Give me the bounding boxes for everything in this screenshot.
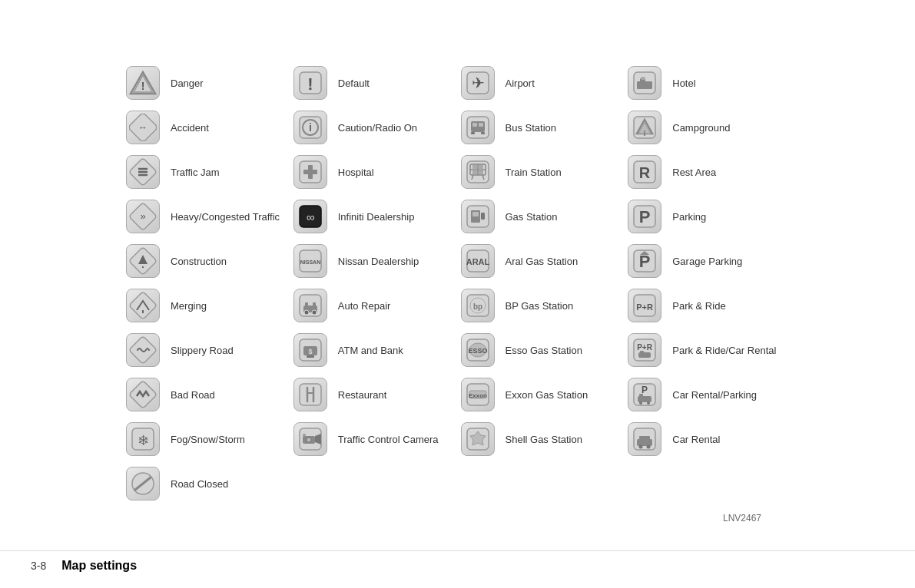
svg-text:∞: ∞ bbox=[306, 210, 314, 223]
svg-rect-14 bbox=[129, 292, 157, 319]
column-3: ✈ Airport Bus Station bbox=[458, 61, 625, 505]
garage-parking-label: Garage Parking bbox=[672, 256, 742, 267]
svg-rect-60 bbox=[481, 132, 485, 134]
list-item: bp BP Gas Station bbox=[458, 284, 625, 327]
svg-text:Exxon: Exxon bbox=[468, 392, 486, 399]
svg-text:»: » bbox=[140, 210, 145, 222]
bottom-section: 3-8 Map settings bbox=[0, 550, 915, 573]
svg-rect-68 bbox=[479, 170, 483, 174]
list-item: Car Rental bbox=[625, 418, 792, 461]
svg-rect-44 bbox=[300, 384, 321, 405]
list-item: ∞ Infiniti Dealership bbox=[290, 195, 458, 238]
list-item: NISSAN Nissan Dealership bbox=[290, 239, 458, 282]
atm-bank-label: ATM and Bank bbox=[338, 345, 403, 356]
airport-icon: ✈ bbox=[461, 66, 495, 100]
svg-rect-59 bbox=[471, 132, 475, 134]
list-item: Hotel bbox=[625, 61, 792, 104]
danger-label: Danger bbox=[171, 78, 204, 89]
list-item: P Garage Parking bbox=[625, 239, 792, 282]
accident-icon: ↔ bbox=[126, 111, 160, 144]
auto-repair-icon bbox=[293, 289, 327, 322]
exxon-gas-label: Exxon Gas Station bbox=[506, 389, 588, 401]
column-2: ! Default i Caution/Radio On bbox=[290, 61, 458, 505]
rest-area-icon: R bbox=[628, 155, 661, 189]
park-ride-icon: P+R bbox=[628, 289, 661, 322]
svg-rect-73 bbox=[481, 213, 485, 220]
svg-text:ESSO: ESSO bbox=[468, 347, 487, 355]
construction-icon bbox=[126, 244, 160, 278]
svg-rect-29 bbox=[303, 170, 317, 174]
svg-text:P: P bbox=[641, 385, 648, 395]
car-rental-parking-icon: P bbox=[628, 378, 661, 411]
page-number: 3-8 bbox=[31, 560, 46, 572]
svg-text:!: ! bbox=[307, 74, 313, 94]
list-item: Shell Gas Station bbox=[458, 418, 625, 461]
list-item: P+R Park & Ride/Car Rental bbox=[625, 329, 792, 372]
svg-text:❄: ❄ bbox=[138, 433, 149, 448]
list-item: Gas Station bbox=[458, 195, 625, 238]
heavy-traffic-label: Heavy/Congested Traffic bbox=[171, 211, 280, 223]
page-footer: LNV2467 bbox=[123, 505, 792, 524]
svg-rect-43 bbox=[307, 355, 314, 358]
list-item: P+R Park & Ride bbox=[625, 284, 792, 327]
svg-point-90 bbox=[641, 77, 645, 80]
list-item: Traffic Jam bbox=[123, 150, 290, 193]
campground-label: Campground bbox=[672, 122, 730, 134]
heavy-traffic-icon: » bbox=[126, 200, 160, 233]
list-item: P Car Rental/Parking bbox=[625, 373, 792, 416]
shell-gas-label: Shell Gas Station bbox=[506, 434, 582, 445]
gas-station-label: Gas Station bbox=[506, 211, 558, 223]
svg-text:↔: ↔ bbox=[138, 122, 148, 133]
list-item: Road Closed bbox=[123, 462, 290, 505]
car-rental-icon bbox=[628, 422, 661, 456]
default-label: Default bbox=[338, 78, 370, 89]
list-item: i Caution/Radio On bbox=[290, 106, 458, 149]
fog-snow-storm-icon: ❄ bbox=[126, 422, 160, 456]
restaurant-label: Restaurant bbox=[338, 389, 387, 401]
hospital-icon bbox=[293, 155, 327, 189]
nissan-label: Nissan Dealership bbox=[338, 256, 419, 267]
column-4: Hotel Campground R bbox=[625, 61, 792, 505]
list-item: ! Default bbox=[290, 61, 458, 104]
hospital-label: Hospital bbox=[338, 167, 374, 178]
bad-road-label: Bad Road bbox=[171, 389, 215, 401]
svg-point-113 bbox=[647, 401, 650, 405]
section-title: Map settings bbox=[61, 559, 137, 573]
svg-text:$: $ bbox=[308, 348, 312, 355]
list-item: Merging bbox=[123, 284, 290, 327]
parking-label: Parking bbox=[672, 211, 706, 223]
merging-icon bbox=[126, 289, 160, 322]
traffic-camera-icon bbox=[293, 422, 327, 456]
aral-gas-label: Aral Gas Station bbox=[506, 256, 579, 267]
svg-rect-66 bbox=[479, 165, 483, 170]
list-item: Slippery Road bbox=[123, 329, 290, 372]
auto-repair-label: Auto Repair bbox=[338, 300, 391, 312]
garage-parking-icon: P bbox=[628, 244, 661, 278]
hotel-label: Hotel bbox=[672, 78, 695, 89]
svg-rect-57 bbox=[472, 123, 477, 127]
svg-rect-58 bbox=[479, 123, 483, 127]
slippery-road-icon bbox=[126, 333, 160, 367]
train-station-icon bbox=[461, 155, 495, 189]
svg-text:P+R: P+R bbox=[637, 343, 653, 352]
shell-gas-icon bbox=[461, 422, 495, 456]
svg-text:P+R: P+R bbox=[636, 302, 653, 312]
infiniti-label: Infiniti Dealership bbox=[338, 211, 415, 223]
aral-gas-icon: ARAL bbox=[461, 244, 495, 278]
campground-icon bbox=[628, 111, 661, 144]
svg-rect-74 bbox=[472, 212, 479, 216]
merging-label: Merging bbox=[171, 300, 207, 312]
bus-station-icon bbox=[461, 111, 495, 144]
restaurant-icon bbox=[293, 378, 327, 411]
car-rental-label: Car Rental bbox=[672, 434, 720, 445]
list-item: P Parking bbox=[625, 195, 792, 238]
park-ride-label: Park & Ride bbox=[672, 300, 725, 312]
traffic-jam-label: Traffic Jam bbox=[171, 167, 220, 178]
svg-point-51 bbox=[307, 438, 311, 442]
exxon-gas-icon: Exxon bbox=[461, 378, 495, 411]
caution-radio-icon: i bbox=[293, 111, 327, 144]
svg-rect-107 bbox=[640, 351, 644, 353]
svg-text:NISSAN: NISSAN bbox=[300, 259, 320, 265]
svg-point-38 bbox=[304, 310, 309, 315]
svg-rect-116 bbox=[639, 436, 650, 440]
